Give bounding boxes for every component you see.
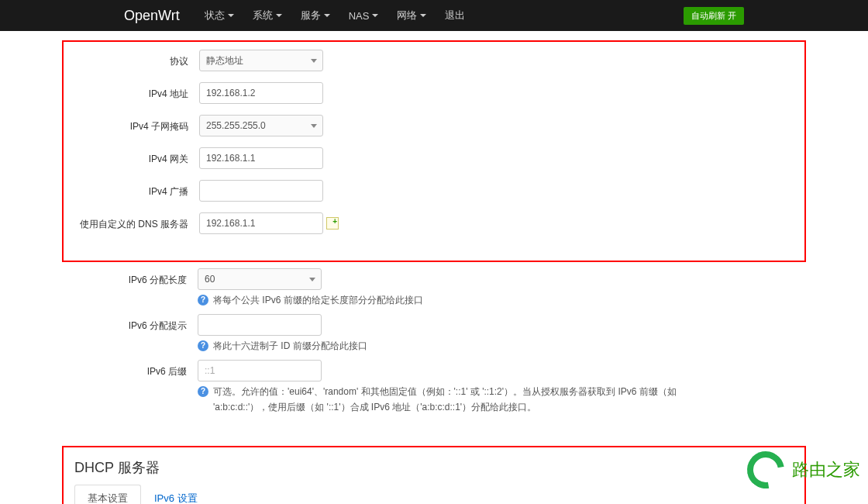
ipv4-addr-label: IPv4 地址 bbox=[64, 82, 199, 101]
nav-system[interactable]: 系统 bbox=[243, 9, 291, 22]
dhcp-tabs: 基本设置 IPv6 设置 bbox=[74, 485, 794, 504]
tab-ipv6[interactable]: IPv6 设置 bbox=[141, 485, 211, 504]
nav-network[interactable]: 网络 bbox=[388, 9, 436, 22]
ipv6-prefix-len-help: ? 将每个公共 IPv6 前缀的给定长度部分分配给此接口 bbox=[198, 293, 701, 308]
watermark: 路由之家 bbox=[747, 451, 860, 488]
ipv4-gateway-input[interactable] bbox=[199, 147, 323, 169]
custom-dns-input[interactable] bbox=[199, 212, 323, 234]
tab-basic[interactable]: 基本设置 bbox=[74, 485, 141, 504]
chevron-down-icon bbox=[324, 14, 330, 17]
help-icon: ? bbox=[198, 386, 208, 397]
brand[interactable]: OpenWrt bbox=[124, 8, 180, 24]
highlighted-section-dhcp: DHCP 服务器 基本设置 IPv6 设置 忽略此接口 ? 不在此接口提供 DH… bbox=[62, 446, 806, 504]
ipv4-broadcast-label: IPv4 广播 bbox=[64, 180, 199, 198]
nav-menu: 状态 系统 服务 NAS 网络 退出 bbox=[195, 9, 684, 22]
ipv6-prefix-len-select[interactable]: 60 bbox=[198, 268, 322, 290]
dhcp-title: DHCP 服务器 bbox=[74, 458, 804, 477]
help-icon: ? bbox=[198, 340, 208, 351]
ipv6-suffix-help: ? 可选。允许的值：'eui64'、'random' 和其他固定值（例如：'::… bbox=[198, 385, 701, 414]
protocol-select[interactable]: 静态地址 bbox=[199, 50, 323, 71]
custom-dns-label: 使用自定义的 DNS 服务器 bbox=[64, 212, 199, 231]
auto-refresh-toggle[interactable]: 自动刷新 开 bbox=[684, 7, 744, 25]
help-icon: ? bbox=[198, 295, 208, 306]
nav-logout[interactable]: 退出 bbox=[436, 9, 474, 22]
ipv6-suffix-label: IPv6 后缀 bbox=[62, 360, 198, 378]
nav-nas[interactable]: NAS bbox=[339, 10, 388, 22]
ipv4-addr-input[interactable] bbox=[199, 82, 323, 104]
chevron-down-icon bbox=[420, 14, 426, 17]
ipv4-mask-select[interactable]: 255.255.255.0 bbox=[199, 115, 323, 136]
watermark-text: 路由之家 bbox=[792, 458, 860, 482]
add-icon[interactable] bbox=[326, 217, 339, 230]
navbar: OpenWrt 状态 系统 服务 NAS 网络 退出 自动刷新 开 bbox=[0, 0, 868, 31]
ipv6-prefix-hint-label: IPv6 分配提示 bbox=[62, 314, 198, 333]
ipv4-broadcast-input[interactable] bbox=[199, 180, 323, 202]
chevron-down-icon bbox=[228, 14, 234, 17]
watermark-logo-icon bbox=[747, 451, 784, 488]
ipv6-prefix-hint-help: ? 将此十六进制子 ID 前缀分配给此接口 bbox=[198, 339, 701, 354]
highlighted-section-protocol: 协议 静态地址 IPv4 地址 IPv4 子网掩码 2 bbox=[62, 40, 806, 262]
nav-services[interactable]: 服务 bbox=[291, 9, 339, 22]
ipv6-prefix-hint-input[interactable] bbox=[198, 314, 322, 336]
chevron-down-icon bbox=[276, 14, 282, 17]
ipv4-mask-label: IPv4 子网掩码 bbox=[64, 115, 199, 133]
ipv6-suffix-input[interactable] bbox=[198, 360, 322, 381]
ipv6-prefix-len-label: IPv6 分配长度 bbox=[62, 268, 198, 287]
ipv4-gateway-label: IPv4 网关 bbox=[64, 147, 199, 166]
chevron-down-icon bbox=[372, 14, 378, 17]
nav-status[interactable]: 状态 bbox=[195, 9, 243, 22]
protocol-label: 协议 bbox=[64, 50, 199, 68]
